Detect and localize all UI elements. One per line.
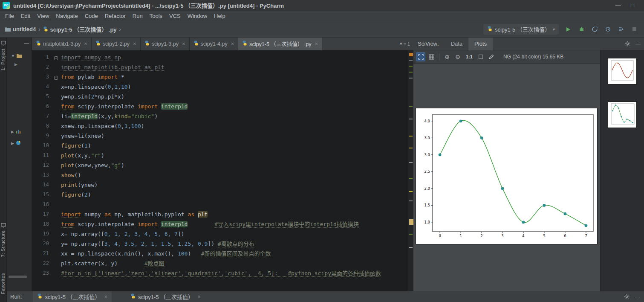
menu-item-code[interactable]: Code — [81, 12, 101, 20]
hidden-tabs-dropdown[interactable]: ▾ ≡ 1 — [400, 41, 410, 46]
minimize-button[interactable]: — — [611, 2, 625, 9]
grid-view-button[interactable] — [427, 52, 436, 61]
code-line[interactable]: 15figure(2) — [32, 190, 408, 200]
code-line[interactable]: 18from scipy.interpolate import interp1d… — [32, 219, 408, 229]
code-line[interactable]: 16 — [32, 200, 408, 209]
fit-to-window-button[interactable] — [416, 52, 425, 61]
zoom-in-button[interactable]: ⊕ — [442, 52, 452, 61]
toolwindow-project-label[interactable]: 1: Project — [0, 49, 6, 70]
chevron-collapsed-icon[interactable]: ▶ — [11, 141, 14, 145]
matplotlib-figure[interactable]: 012345671.01.52.02.53.03.54.0 — [416, 108, 598, 244]
fold-marker[interactable]: − — [54, 56, 58, 60]
zoom-out-button[interactable]: ⊖ — [453, 52, 462, 61]
thumbnail-figure-2[interactable] — [608, 102, 637, 128]
toolwindow-structure-label[interactable]: 7: Structure — [0, 230, 6, 257]
breadcrumb-item[interactable]: scipy1-5 （三次插值） .py — [43, 25, 117, 33]
close-icon[interactable]: × — [197, 293, 201, 300]
code-text: show() — [61, 170, 81, 180]
close-icon[interactable]: × — [315, 41, 318, 47]
thumbnail-figure-1[interactable] — [608, 58, 637, 84]
code-line[interactable]: 20y= np.array([3, 4, 3.5, 2, 1, 1.5, 1.2… — [32, 239, 408, 249]
chevron-collapsed-icon[interactable]: ▶ — [11, 130, 14, 134]
menu-item-edit[interactable]: Edit — [17, 12, 34, 20]
code-line[interactable]: 23#for n in ['linear','zero','slinear','… — [32, 268, 408, 278]
transparency-checker-button[interactable] — [476, 52, 485, 61]
fold-column — [54, 141, 61, 151]
run-tab[interactable]: scipy1-5 （三次插值）× — [33, 291, 112, 302]
code-line[interactable]: 21xx = np.linspace(x.min(), x.max(), 100… — [32, 249, 408, 258]
structure-toolwindow-icon[interactable] — [1, 222, 6, 227]
run-button[interactable] — [564, 26, 572, 33]
code-line[interactable]: 2import matplotlib.pyplot as plt — [32, 62, 408, 72]
code-line[interactable]: 4x=np.linspace(0,1,10) — [32, 82, 408, 92]
fold-marker[interactable]: − — [54, 76, 58, 80]
project-child-node[interactable]: ▶ — [14, 62, 17, 67]
menu-item-vcs[interactable]: VCS — [166, 12, 184, 20]
menu-item-help[interactable]: Help — [211, 12, 229, 20]
code-line[interactable]: 14print(ynew) — [32, 180, 408, 190]
editor-tab[interactable]: scipy1-2.py× — [92, 38, 141, 50]
sciview-tab-data[interactable]: Data — [445, 38, 468, 50]
editor-tab[interactable]: scipy1-4.py× — [190, 38, 239, 50]
coverage-button[interactable] — [591, 26, 598, 33]
code-line[interactable]: 10figure(1) — [32, 141, 408, 151]
error-stripe[interactable] — [408, 50, 413, 291]
editor-tab[interactable]: matplotlib1-3.py× — [32, 38, 92, 50]
code-line[interactable]: 9ynew=li(xnew) — [32, 131, 408, 141]
edit-externally-button[interactable] — [487, 52, 496, 61]
code-line[interactable]: 19x= np.array([0, 1, 2, 3, 4, 5, 6, 7]) — [32, 229, 408, 239]
code-editor[interactable]: 1−import numpy as np2import matplotlib.p… — [32, 50, 413, 291]
profiler-button[interactable] — [604, 26, 612, 33]
code-line[interactable]: 1−import numpy as np — [32, 52, 408, 62]
run-settings-gear-icon[interactable] — [624, 294, 630, 299]
menu-item-tools[interactable]: Tools — [146, 12, 166, 20]
run-config-selector[interactable]: scipy1-5 （三次插值） ▾ — [483, 24, 559, 35]
scratches-node[interactable]: ▶ — [11, 139, 21, 147]
toolwindow-favorites-label[interactable]: Favorites — [0, 273, 6, 294]
code-line[interactable]: 7li=interp1d(x,y,kind="cubic") — [32, 111, 408, 121]
sciview-settings-gear-icon[interactable] — [625, 41, 630, 46]
concurrency-diagram-button[interactable] — [617, 26, 625, 33]
code-line[interactable]: 8xnew=np.linspace(0,1,100) — [32, 121, 408, 131]
editor-tab[interactable]: scipy1-3.py× — [141, 38, 190, 50]
folder-icon — [5, 26, 11, 33]
code-line[interactable]: 5y=np.sin(2*np.pi*x) — [32, 92, 408, 102]
code-line[interactable]: 3−from pylab import * — [32, 72, 408, 82]
code-line[interactable]: 13show() — [32, 170, 408, 180]
maximize-button[interactable]: □ — [625, 2, 640, 9]
menu-item-window[interactable]: Window — [184, 12, 211, 20]
menu-item-run[interactable]: Run — [129, 12, 146, 20]
menu-item-navigate[interactable]: Navigate — [52, 12, 81, 20]
close-icon[interactable]: × — [84, 41, 87, 47]
sciview-hide-button[interactable]: — — [635, 41, 641, 47]
code-line[interactable]: 12plot(xnew,ynew,"g") — [32, 160, 408, 170]
close-icon[interactable]: × — [182, 41, 185, 47]
run-tab[interactable]: scipy1-5 （三次插值）× — [126, 291, 205, 302]
code-line[interactable]: 17import numpy as np, matplotlib.pyplot … — [32, 209, 408, 219]
run-panel-hide-button[interactable]: — — [635, 294, 640, 300]
code-line[interactable]: 22plt.scatter(x, y) #散点图 — [32, 258, 408, 268]
chevron-expanded-icon[interactable]: ▼ — [11, 54, 15, 58]
project-panel-scrollbar[interactable] — [9, 276, 27, 278]
hide-project-panel-button[interactable]: — — [24, 40, 29, 46]
project-root-node[interactable]: ▼ — [11, 52, 22, 60]
external-libraries-node[interactable]: ▶ — [11, 128, 21, 136]
code-line[interactable]: 11plot(x,y,"r") — [32, 151, 408, 160]
code-text: li=interp1d(x,y,kind="cubic") — [61, 111, 158, 121]
debug-button[interactable] — [578, 26, 585, 33]
code-area[interactable]: 1−import numpy as np2import matplotlib.p… — [32, 50, 408, 291]
breadcrumb-item[interactable]: untitled4 — [5, 26, 36, 33]
code-line[interactable]: 6from scipy.interpolate import interp1d — [32, 102, 408, 111]
close-icon[interactable]: × — [133, 41, 136, 47]
sciview-tab-plots[interactable]: Plots — [468, 38, 493, 50]
project-toolwindow-icon[interactable] — [1, 40, 6, 45]
editor-tab[interactable]: scipy1-5 （三次插值） .py× — [238, 38, 322, 50]
close-icon[interactable]: × — [231, 41, 234, 47]
close-icon[interactable]: × — [104, 293, 108, 300]
menu-item-refactor[interactable]: Refactor — [101, 12, 129, 20]
zoom-actual-size-button[interactable]: 1:1 — [466, 54, 473, 59]
chevron-collapsed-icon[interactable]: ▶ — [14, 62, 17, 67]
menu-item-file[interactable]: File — [2, 12, 17, 20]
menu-item-view[interactable]: View — [34, 12, 52, 20]
navbar: untitled4›scipy1-5 （三次插值） .py› scipy1-5 … — [0, 21, 644, 38]
